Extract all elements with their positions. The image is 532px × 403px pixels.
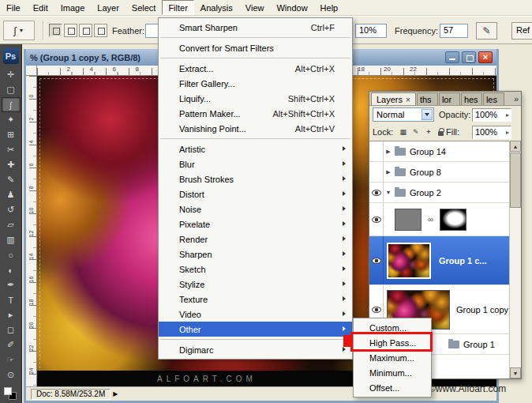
lasso-tool[interactable]: ʃ [2, 97, 21, 112]
menu-bar-item[interactable]: View [239, 0, 271, 15]
eraser-tool[interactable]: ▱ [2, 217, 21, 232]
lock-transparency-icon[interactable]: ▦ [398, 126, 408, 138]
filter-menu-item[interactable]: Pattern Maker... Alt+Shift+Ctrl+X [159, 106, 352, 121]
shape-tool[interactable]: ◻ [2, 322, 21, 337]
menu-bar-item[interactable]: File [0, 0, 27, 15]
pen-tool[interactable]: ✒ [2, 277, 21, 292]
blend-mode-select[interactable]: Normal [373, 107, 434, 122]
tab-layers[interactable]: Layers [371, 92, 416, 105]
filter-menu-item[interactable]: Other [159, 322, 352, 337]
brush-tool[interactable]: ✎ [2, 172, 21, 187]
layer-row-group14[interactable]: Group 14 [369, 141, 521, 162]
visibility-toggle[interactable] [369, 162, 384, 182]
filter-menu-item[interactable]: Stylize [159, 277, 352, 292]
filter-menu-item[interactable]: Filter Gallery... [159, 76, 352, 91]
layer-row-masked[interactable]: ∞ [369, 203, 521, 236]
selection-mode-add-button[interactable] [64, 24, 77, 37]
menu-bar-item[interactable]: Analysis [194, 0, 239, 15]
lock-all-icon[interactable] [436, 126, 446, 138]
submenu-item[interactable]: Minimum... [354, 365, 431, 380]
filter-menu-item[interactable]: Blur [159, 156, 352, 171]
opacity-input[interactable]: 100% [472, 108, 511, 122]
document-size-indicator[interactable]: Doc: 8.58M/253.2M [31, 389, 111, 400]
collapse-arrows-icon[interactable] [514, 94, 519, 104]
filter-menu-item[interactable]: Vanishing Point... Alt+Ctrl+V [159, 121, 352, 136]
dodge-tool[interactable]: ◐ [2, 262, 21, 277]
filter-menu-item[interactable]: Liquify... Shift+Ctrl+X [159, 91, 352, 106]
selection-mode-new-button[interactable] [49, 24, 62, 37]
lock-pixels-icon[interactable]: ✎ [410, 126, 421, 138]
layer-row-group1-copy5-selected[interactable]: Group 1 c... [369, 236, 521, 285]
eyedropper-tool[interactable]: ✐ [2, 337, 21, 352]
filter-menu-item[interactable]: Render [159, 232, 352, 247]
blur-tool[interactable]: ○ [2, 247, 21, 262]
fill-input[interactable]: 100% [472, 126, 511, 139]
pen-pressure-button[interactable]: ✎ [476, 22, 497, 40]
filter-menu-item[interactable]: Brush Strokes [159, 171, 352, 186]
filter-menu-item[interactable]: Pixelate [159, 217, 352, 232]
filter-menu-item[interactable]: Digimarc [159, 342, 352, 357]
tab-color[interactable]: lor [439, 92, 460, 105]
visibility-toggle[interactable] [369, 183, 384, 202]
layer-row-group8[interactable]: Group 8 [369, 162, 521, 183]
hand-tool[interactable]: ☞ [2, 352, 21, 367]
selection-mode-subtract-button[interactable] [79, 24, 92, 37]
tab-styles[interactable]: les [483, 92, 504, 105]
move-tool[interactable]: ✛ [2, 67, 21, 82]
visibility-toggle[interactable] [369, 141, 384, 161]
filter-menu-item[interactable]: Texture [159, 292, 352, 307]
tab-paths[interactable]: ths [417, 92, 438, 105]
layer-row-group2[interactable]: Group 2 [369, 183, 521, 203]
visibility-toggle[interactable] [369, 203, 384, 235]
scrollbar-thumb[interactable] [510, 153, 521, 208]
menu-bar-item[interactable]: Edit [27, 0, 54, 15]
menu-bar-item[interactable]: Select [126, 0, 163, 15]
menu-bar-item[interactable]: Image [54, 0, 92, 15]
tool-preset-picker[interactable]: ʃ ▼ [3, 21, 35, 40]
expand-arrow-icon[interactable] [384, 149, 393, 155]
path-selection-tool[interactable]: ▸ [2, 307, 21, 322]
collapse-arrow-icon[interactable] [384, 190, 393, 195]
menu-bar-item[interactable]: Window [270, 0, 313, 15]
refine-edge-button[interactable]: Ref [511, 22, 532, 40]
menu-bar-item[interactable]: Filter [162, 0, 193, 15]
filter-menu-item[interactable]: Sketch [159, 262, 352, 277]
expand-arrow-icon[interactable] [384, 169, 393, 175]
zoom-tool[interactable]: ⊙ [2, 367, 21, 382]
selection-mode-intersect-button[interactable] [94, 24, 107, 37]
filter-menu-item[interactable]: Extract... Alt+Ctrl+X [159, 61, 352, 76]
filter-menu-item[interactable]: Video [159, 307, 352, 322]
filter-menu-item[interactable]: Convert for Smart Filters [159, 40, 352, 55]
chevron-down-icon[interactable] [421, 109, 433, 120]
filter-menu-item[interactable]: Distort [159, 186, 352, 202]
submenu-item[interactable]: Maximum... [354, 350, 431, 365]
close-button[interactable]: × [478, 51, 493, 63]
frequency-input[interactable]: 57 [440, 24, 468, 38]
submenu-item[interactable]: Offset... [354, 380, 431, 395]
menu-bar-item[interactable]: Help [314, 0, 345, 15]
gradient-tool[interactable]: ▥ [2, 232, 21, 247]
visibility-toggle[interactable] [369, 236, 384, 284]
slice-tool[interactable]: ✂ [2, 142, 21, 157]
history-brush-tool[interactable]: ↺ [2, 202, 21, 217]
minimize-button[interactable] [445, 51, 459, 63]
filter-menu-item[interactable]: Artistic [159, 141, 352, 156]
restore-button[interactable] [462, 51, 476, 63]
contrast-input[interactable]: 10% [355, 24, 387, 38]
menu-bar-item[interactable]: Layer [91, 0, 126, 15]
crop-tool[interactable]: ⊞ [2, 127, 21, 142]
clone-stamp-tool[interactable]: ♟ [2, 187, 21, 202]
layer-thumbnail[interactable] [387, 243, 431, 279]
layer-thumbnail[interactable] [395, 209, 421, 231]
layers-scrollbar[interactable]: ▲ ▼ [509, 141, 521, 379]
rectangular-marquee-tool[interactable]: ▢ [2, 82, 21, 97]
layer-mask-thumbnail[interactable] [440, 209, 466, 231]
foreground-color-swatch[interactable] [4, 387, 12, 395]
filter-menu-item[interactable]: Noise [159, 202, 352, 217]
quick-selection-tool[interactable]: ✦ [2, 112, 21, 127]
scroll-down-arrow-icon[interactable]: ▼ [510, 367, 521, 379]
tab-swatches[interactable]: hes [461, 92, 482, 105]
filter-menu-item[interactable]: Smart Sharpen Ctrl+F [159, 20, 352, 35]
status-options-arrow-icon[interactable]: ▶ [113, 390, 118, 397]
filter-menu-item[interactable]: Sharpen [159, 247, 352, 262]
